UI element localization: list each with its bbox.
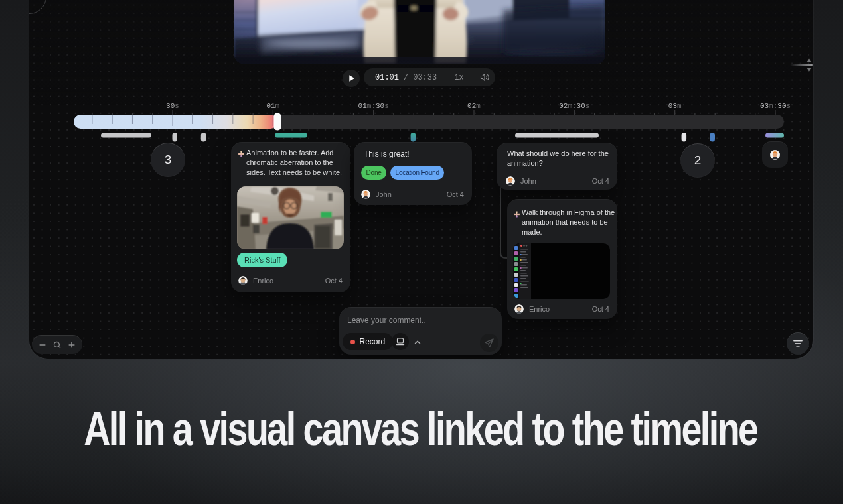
svg-text:03m:30s: 03m:30s <box>760 102 791 110</box>
svg-text:30s: 30s <box>166 102 179 110</box>
svg-text:03m: 03m <box>668 102 682 110</box>
svg-text:02m: 02m <box>467 102 481 110</box>
svg-text:01m:30s: 01m:30s <box>358 102 389 110</box>
svg-text:02m:30s: 02m:30s <box>559 102 589 110</box>
svg-text:01m: 01m <box>266 102 279 110</box>
